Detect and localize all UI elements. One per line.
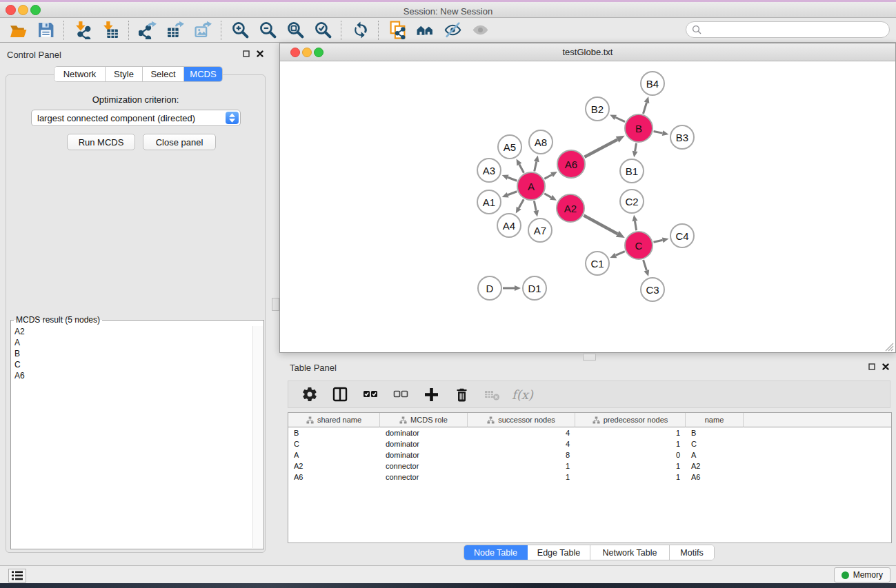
delete-column-icon[interactable] xyxy=(448,383,475,405)
first-neighbors-icon[interactable] xyxy=(411,19,439,41)
search-box[interactable] xyxy=(686,21,890,38)
task-history-button[interactable] xyxy=(8,569,26,582)
deselect-all-rows-icon[interactable] xyxy=(388,383,414,405)
table-cell[interactable]: connector xyxy=(380,460,468,472)
network-from-selection-icon[interactable] xyxy=(384,19,411,41)
table-cell[interactable]: 8 xyxy=(468,449,575,460)
table-cell[interactable]: 1 xyxy=(575,460,686,472)
table-cell[interactable]: 1 xyxy=(468,472,575,483)
graph-node-B1[interactable]: B1 xyxy=(619,159,644,183)
search-input[interactable] xyxy=(701,24,884,35)
graph-node-A5[interactable]: A5 xyxy=(497,134,522,159)
graph-edge-C-C3[interactable] xyxy=(644,260,647,270)
graph-edge-A-A5[interactable] xyxy=(519,164,524,172)
table-cell[interactable]: A6 xyxy=(288,472,380,483)
graph-node-A1[interactable]: A1 xyxy=(477,190,501,214)
table-cell[interactable]: C xyxy=(288,438,380,449)
result-item[interactable]: A2 xyxy=(12,326,253,337)
graph-node-C[interactable]: C xyxy=(624,231,653,260)
table-cell[interactable]: 0 xyxy=(575,449,686,460)
add-column-icon[interactable] xyxy=(418,383,444,405)
table-cell[interactable]: A6 xyxy=(686,472,744,483)
table-row[interactable]: A2connector11A2 xyxy=(288,460,891,472)
graph-node-B4[interactable]: B4 xyxy=(640,71,665,96)
table-cell[interactable]: A2 xyxy=(686,460,744,472)
function-builder-icon[interactable]: f(x) xyxy=(512,387,533,402)
tab-network-table[interactable]: Network Table xyxy=(590,545,670,560)
graph-edge-A-A4[interactable] xyxy=(519,199,524,208)
zoom-out-icon[interactable] xyxy=(254,19,281,41)
graph-node-A6[interactable]: A6 xyxy=(557,150,586,179)
table-row[interactable]: Bdominator41B xyxy=(288,427,891,438)
run-mcds-button[interactable]: Run MCDS xyxy=(67,134,135,150)
table-cell[interactable]: B xyxy=(288,427,380,438)
graph-edge-A-A6[interactable] xyxy=(544,174,552,179)
settings-icon[interactable] xyxy=(297,383,323,405)
graph-edge-C-C1[interactable] xyxy=(616,252,625,256)
memory-button[interactable]: Memory xyxy=(834,567,890,582)
hide-graphics-details-icon[interactable] xyxy=(439,19,466,41)
graph-node-A8[interactable]: A8 xyxy=(528,130,553,154)
table-cell[interactable]: A xyxy=(288,449,380,460)
export-image-icon[interactable] xyxy=(189,19,217,41)
column-header-MCDS-role[interactable]: MCDS role xyxy=(380,413,468,427)
graph-edge-A-A3[interactable] xyxy=(508,177,517,181)
zoom-in-icon[interactable] xyxy=(226,19,254,41)
graph-edge-B-B2[interactable] xyxy=(615,117,625,121)
close-panel-button[interactable]: Close panel xyxy=(143,134,216,150)
graph-node-A4[interactable]: A4 xyxy=(497,213,521,238)
import-table-icon[interactable] xyxy=(97,19,124,41)
import-network-icon[interactable] xyxy=(69,19,97,41)
save-session-icon[interactable] xyxy=(32,19,59,41)
zoom-fit-icon[interactable] xyxy=(281,19,309,41)
resize-grip-icon[interactable] xyxy=(885,342,894,351)
column-header-name[interactable]: name xyxy=(686,413,744,427)
column-header-successor-nodes[interactable]: successor nodes xyxy=(468,413,575,427)
result-scrollbar[interactable] xyxy=(252,326,263,548)
result-item[interactable]: A6 xyxy=(12,370,253,381)
close-table-panel-icon[interactable] xyxy=(882,363,889,370)
graph-edge-A-A7[interactable] xyxy=(534,201,536,211)
graph-edge-B-B4[interactable] xyxy=(643,103,646,114)
graph-edge-B-B1[interactable] xyxy=(635,143,637,152)
table-cell[interactable]: dominator xyxy=(380,449,468,460)
tab-edge-table[interactable]: Edge Table xyxy=(528,545,590,560)
table-cell[interactable]: 4 xyxy=(468,427,575,438)
table-cell[interactable]: 1 xyxy=(575,438,686,449)
table-cell[interactable]: C xyxy=(686,438,744,449)
tab-node-table[interactable]: Node Table xyxy=(464,545,528,560)
toggle-columns-icon[interactable] xyxy=(327,383,353,405)
graph-edge-C-C4[interactable] xyxy=(653,240,662,242)
result-item[interactable]: B xyxy=(12,348,253,359)
table-cell[interactable]: dominator xyxy=(380,427,468,438)
open-session-icon[interactable] xyxy=(4,19,32,41)
graph-edge-A-A2[interactable] xyxy=(544,194,551,198)
graph-node-D1[interactable]: D1 xyxy=(522,276,547,301)
graph-edge-A6-B[interactable] xyxy=(584,139,617,156)
graph-node-C1[interactable]: C1 xyxy=(585,251,610,276)
graph-edge-C-C2[interactable] xyxy=(635,221,636,231)
table-cell[interactable]: 1 xyxy=(575,427,686,438)
tab-select[interactable]: Select xyxy=(143,67,184,81)
table-cell[interactable]: A xyxy=(686,449,744,460)
graph-node-A7[interactable]: A7 xyxy=(528,218,552,243)
graph-node-A[interactable]: A xyxy=(517,172,546,201)
vertical-split-handle[interactable] xyxy=(272,298,279,311)
column-header-predecessor-nodes[interactable]: predecessor nodes xyxy=(575,413,686,427)
graph-node-A2[interactable]: A2 xyxy=(556,194,585,223)
graph-node-C3[interactable]: C3 xyxy=(640,277,665,302)
graph-node-B2[interactable]: B2 xyxy=(585,97,610,121)
network-canvas[interactable]: B4B2BB3A8A5A6A3B1AC2A1A2A4A7C4CC1C3DD1 xyxy=(280,61,895,352)
graph-edge-A-A1[interactable] xyxy=(508,192,517,195)
graph-edge-A-A8[interactable] xyxy=(535,161,537,171)
float-table-panel-icon[interactable] xyxy=(868,363,875,370)
tab-style[interactable]: Style xyxy=(106,67,143,81)
result-item[interactable]: C xyxy=(12,359,253,370)
table-row[interactable]: Cdominator41C xyxy=(288,438,891,449)
table-cell[interactable]: dominator xyxy=(380,438,468,449)
export-network-icon[interactable] xyxy=(134,19,161,41)
criterion-dropdown[interactable]: largest connected component (directed) xyxy=(31,110,241,126)
network-window-titlebar[interactable]: testGlobe.txt xyxy=(280,43,895,61)
table-row[interactable]: Adominator80A xyxy=(288,449,891,460)
graph-node-B[interactable]: B xyxy=(624,114,653,143)
